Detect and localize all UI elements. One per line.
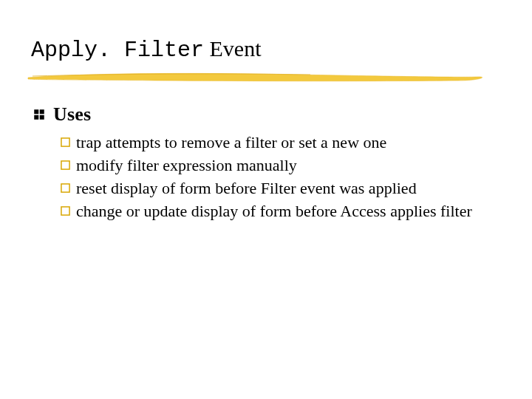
list-item-text: trap attempts to remove a filter or set … (76, 132, 386, 153)
list-item: trap attempts to remove a filter or set … (61, 132, 501, 153)
svg-rect-7 (61, 207, 69, 215)
title-underline (0, 71, 532, 83)
sub-list: trap attempts to remove a filter or set … (33, 132, 501, 222)
box-bullet-icon (61, 160, 70, 170)
svg-rect-2 (34, 115, 38, 120)
slide-title: Apply. Filter Event (31, 35, 501, 64)
list-item: reset display of form before Filter even… (61, 177, 501, 199)
wingding-bullet-icon (33, 108, 46, 121)
box-bullet-icon (61, 137, 70, 147)
list-item: change or update display of form before … (61, 200, 501, 222)
svg-rect-0 (34, 109, 38, 114)
list-item-text: modify filter expression manually (76, 154, 297, 176)
list-item-text: reset display of form before Filter even… (76, 177, 417, 199)
svg-rect-1 (40, 109, 44, 114)
content: Uses trap attempts to remove a filter or… (31, 103, 501, 222)
brush-stroke-icon (0, 71, 532, 83)
slide: Apply. Filter Event Uses (0, 0, 532, 222)
svg-rect-5 (61, 161, 69, 169)
svg-rect-3 (40, 115, 44, 120)
title-mono: Apply. Filter (31, 38, 204, 63)
box-bullet-icon (61, 206, 70, 216)
list-item-text: change or update display of form before … (76, 200, 472, 222)
list-item: modify filter expression manually (61, 154, 501, 176)
svg-rect-4 (61, 138, 69, 146)
section-heading-row: Uses (33, 103, 501, 126)
title-rest: Event (204, 36, 261, 61)
section-heading: Uses (53, 103, 91, 126)
svg-rect-6 (61, 184, 69, 192)
box-bullet-icon (61, 183, 70, 193)
